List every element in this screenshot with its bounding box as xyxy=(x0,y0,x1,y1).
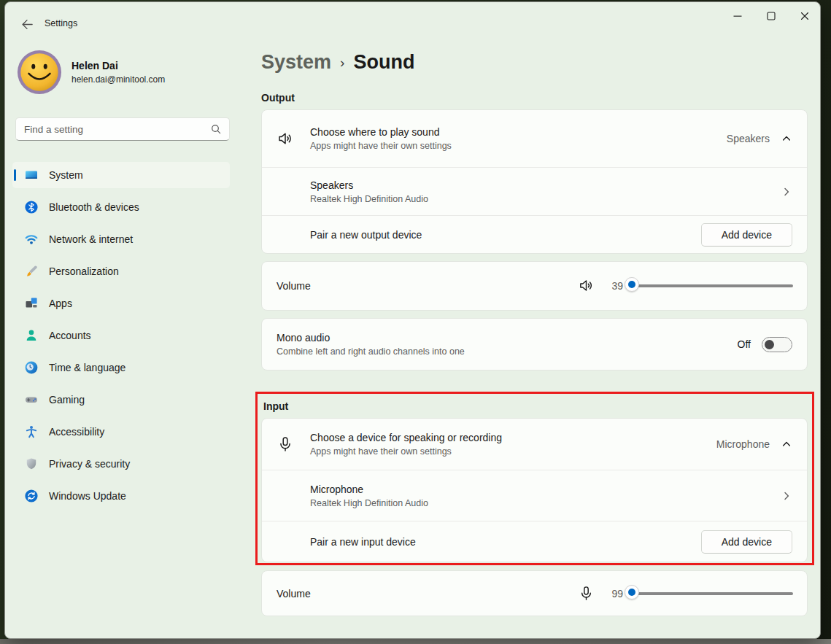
annotation-highlight-box: Input Choose a device for speaking or re… xyxy=(255,392,814,565)
microphone-icon xyxy=(277,435,294,453)
sidebar-item-accounts[interactable]: Accounts xyxy=(12,322,230,349)
close-button[interactable] xyxy=(788,2,821,30)
sidebar-item-label: Time & language xyxy=(49,362,125,373)
sidebar-item-personalization[interactable]: Personalization xyxy=(12,258,230,284)
bluetooth-icon xyxy=(24,200,39,214)
input-device-row[interactable]: Microphone Realtek High Definition Audio xyxy=(262,470,807,521)
sidebar-item-label: Bluetooth & devices xyxy=(49,201,139,213)
chevron-right-icon xyxy=(781,186,792,198)
settings-window: Settings xyxy=(4,1,821,639)
back-arrow-icon xyxy=(21,18,34,31)
maximize-icon xyxy=(767,12,776,20)
output-volume-card: Volume 39 xyxy=(261,261,808,311)
title-bar: Settings xyxy=(5,2,820,36)
shield-icon xyxy=(24,457,39,471)
display-icon xyxy=(24,168,39,182)
sidebar-item-windows-update[interactable]: Windows Update xyxy=(12,483,230,509)
chevron-right-icon xyxy=(781,490,792,502)
minimize-icon xyxy=(733,12,742,20)
window-title: Settings xyxy=(45,18,77,28)
sidebar-item-apps[interactable]: Apps xyxy=(12,290,230,317)
input-device-subtitle: Realtek High Definition Audio xyxy=(310,498,428,508)
output-volume-label: Volume xyxy=(277,280,311,292)
sidebar-item-label: Privacy & security xyxy=(49,458,130,470)
sidebar-item-network-internet[interactable]: Network & internet xyxy=(12,226,230,252)
output-volume-value: 39 xyxy=(606,280,623,292)
input-volume-card: Volume 99 xyxy=(261,570,808,616)
mono-audio-subtitle: Combine left and right audio channels in… xyxy=(277,346,465,357)
sidebar-item-system[interactable]: System xyxy=(12,162,230,188)
search-icon xyxy=(210,123,222,135)
apps-grid-icon xyxy=(24,296,39,311)
paintbrush-icon xyxy=(24,264,39,279)
sidebar-item-bluetooth-devices[interactable]: Bluetooth & devices xyxy=(12,194,230,220)
back-button[interactable] xyxy=(15,15,39,34)
sidebar-item-label: Apps xyxy=(49,298,72,309)
desktop: { "chrome": { "title": "Settings", "cont… xyxy=(0,0,831,644)
output-device-subtitle: Realtek High Definition Audio xyxy=(310,194,428,204)
input-selector-title: Choose a device for speaking or recordin… xyxy=(310,432,502,443)
minimize-button[interactable] xyxy=(721,2,754,30)
output-device-name: Speakers xyxy=(310,179,428,191)
sidebar-item-label: Accessibility xyxy=(49,426,104,438)
search-box xyxy=(15,117,230,141)
sidebar-item-privacy-security[interactable]: Privacy & security xyxy=(12,451,230,477)
sidebar-item-label: Personalization xyxy=(49,265,119,277)
breadcrumb-separator-icon: › xyxy=(340,55,344,71)
breadcrumb-parent[interactable]: System xyxy=(261,51,331,74)
speaker-icon[interactable] xyxy=(578,277,595,295)
chevron-up-icon[interactable] xyxy=(781,438,792,450)
mono-audio-state-label: Off xyxy=(738,338,751,350)
sidebar: Helen Dai helen.dai@minitool.com System xyxy=(5,2,249,638)
person-icon xyxy=(24,328,39,343)
gamepad-icon xyxy=(24,392,39,407)
microphone-icon[interactable] xyxy=(578,585,595,602)
output-device-row[interactable]: Speakers Realtek High Definition Audio xyxy=(262,167,807,215)
output-selected-device-value: Speakers xyxy=(727,133,770,144)
toggle-knob xyxy=(765,340,774,349)
add-output-device-button[interactable]: Add device xyxy=(701,223,792,247)
input-device-selector-row[interactable]: Choose a device for speaking or recordin… xyxy=(262,419,807,470)
output-device-card: Choose where to play sound Apps might ha… xyxy=(261,109,808,254)
output-device-selector-row[interactable]: Choose where to play sound Apps might ha… xyxy=(262,110,807,167)
mono-audio-toggle[interactable] xyxy=(762,337,792,352)
search-input[interactable] xyxy=(16,124,210,135)
sidebar-item-label: Gaming xyxy=(49,394,85,406)
sidebar-nav: System Bluetooth & devices Network & int… xyxy=(5,162,249,509)
input-section-label: Input xyxy=(263,400,808,412)
output-selector-title: Choose where to play sound xyxy=(310,126,452,138)
account-profile[interactable]: Helen Dai helen.dai@minitool.com xyxy=(17,50,249,95)
mono-audio-card: Mono audio Combine left and right audio … xyxy=(261,318,808,371)
input-volume-value: 99 xyxy=(606,588,623,600)
input-device-name: Microphone xyxy=(310,484,428,495)
update-icon xyxy=(24,489,39,503)
chevron-up-icon[interactable] xyxy=(781,133,792,144)
sidebar-item-gaming[interactable]: Gaming xyxy=(12,387,230,413)
sidebar-item-label: Windows Update xyxy=(49,490,126,502)
caption-controls xyxy=(721,2,821,30)
sidebar-item-accessibility[interactable]: Accessibility xyxy=(12,419,230,445)
sidebar-item-label: System xyxy=(49,169,83,181)
avatar xyxy=(17,50,62,95)
account-name: Helen Dai xyxy=(71,60,165,71)
output-section-label: Output xyxy=(261,92,808,104)
accessibility-icon xyxy=(24,424,39,439)
input-volume-slider[interactable] xyxy=(632,586,793,601)
maximize-button[interactable] xyxy=(754,2,788,30)
output-volume-slider[interactable] xyxy=(632,279,793,293)
clock-icon xyxy=(24,360,39,375)
add-input-device-button[interactable]: Add device xyxy=(701,530,792,554)
slider-thumb[interactable] xyxy=(625,277,639,292)
slider-thumb[interactable] xyxy=(625,585,639,600)
sidebar-item-label: Accounts xyxy=(49,330,91,341)
input-selector-subtitle: Apps might have their own settings xyxy=(310,446,502,457)
output-pair-row: Pair a new output device Add device xyxy=(262,215,807,253)
account-email: helen.dai@minitool.com xyxy=(71,74,165,85)
close-icon xyxy=(800,12,809,20)
input-device-card: Choose a device for speaking or recordin… xyxy=(261,418,808,562)
sidebar-item-time-language[interactable]: Time & language xyxy=(12,354,230,381)
output-selector-subtitle: Apps might have their own settings xyxy=(310,141,452,151)
output-pair-label: Pair a new output device xyxy=(310,229,422,241)
sidebar-item-label: Network & internet xyxy=(49,233,133,245)
input-pair-row: Pair a new input device Add device xyxy=(262,521,807,562)
